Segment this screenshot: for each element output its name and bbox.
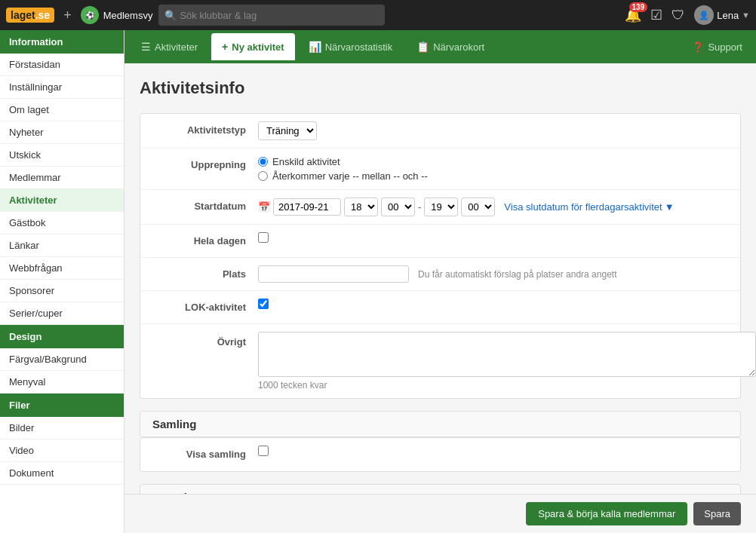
support-label: Support [708, 41, 742, 53]
hela-dagen-checkbox[interactable] [258, 232, 269, 243]
user-menu[interactable]: 👤 Lena ▼ [694, 5, 750, 25]
tab-ny-aktivitet[interactable]: + Ny aktivitet [211, 33, 295, 60]
tabbar: ☰ Aktiviteter + Ny aktivitet 📊 Närvarost… [124, 30, 756, 63]
club-selector[interactable]: ⚽ Medlemsvy [81, 6, 153, 24]
plats-row: Plats Du får automatiskt förslag på plat… [140, 258, 740, 291]
visa-samling-label: Visa samling [152, 446, 258, 460]
lok-row: LOK-aktivitet [140, 291, 740, 324]
card-icon: 📋 [416, 41, 429, 53]
sidebar-item-forstasidan[interactable]: Förstasidan [0, 54, 124, 76]
visa-samling-checkbox[interactable] [258, 446, 269, 456]
ovrigt-textarea[interactable] [258, 332, 756, 377]
sidebar-section-filer: Filer [0, 394, 124, 417]
tab-aktiviteter[interactable]: ☰ Aktiviteter [131, 33, 208, 60]
chevron-down-icon: ▼ [665, 201, 675, 213]
visa-samling-control [258, 446, 728, 456]
shield-icon[interactable]: 🛡 [671, 8, 685, 23]
search-input[interactable] [180, 10, 379, 21]
upprepning-option2-label: Återkommer varje -- mellan -- och -- [272, 170, 428, 182]
lok-checkbox[interactable] [258, 299, 269, 309]
hela-dagen-label: Hela dagen [152, 232, 258, 247]
notification-badge: 139 [629, 2, 648, 12]
content-area: Aktivitetsinfo Aktivitetstyp Träning Mat… [124, 63, 756, 533]
upprepning-control: Enskild aktivitet Återkommer varje -- me… [258, 156, 728, 182]
tab-aktiviteter-label: Aktiviteter [155, 41, 198, 53]
tab-narvarostatistik-label: Närvarostatistik [325, 41, 393, 53]
logo[interactable]: laget.se [6, 8, 54, 23]
sidebar-section-design: Design [0, 325, 124, 348]
page-title: Aktivitetsinfo [140, 78, 741, 98]
sidebar-item-omlaget[interactable]: Om laget [0, 99, 124, 121]
lok-control [258, 299, 728, 309]
notification-button[interactable]: 🔔 139 [625, 7, 641, 23]
plats-control: Du får automatiskt förslag på platser an… [258, 265, 728, 283]
sidebar-item-video[interactable]: Video [0, 440, 124, 462]
show-enddate-label: Visa slutdatum för flerdagarsaktivitet [504, 201, 662, 213]
ovrigt-textarea-wrapper: 1000 tecken kvar [258, 332, 756, 391]
save-button[interactable]: Spara [693, 502, 741, 525]
samling-section: Samling Visa samling [140, 411, 741, 472]
samling-card: Visa samling [140, 437, 741, 472]
end-hour-select[interactable]: 19 18 20 21 [424, 198, 458, 216]
support-button[interactable]: ❓ Support [684, 37, 750, 57]
sidebar-item-bilder[interactable]: Bilder [0, 417, 124, 440]
chart-icon: 📊 [309, 41, 321, 53]
hela-dagen-row: Hela dagen [140, 225, 740, 258]
chevron-down-icon: ▼ [742, 11, 750, 20]
sidebar-item-serier-cuper[interactable]: Serier/cuper [0, 302, 124, 325]
sidebar-item-installningar[interactable]: Inställningar [0, 76, 124, 99]
sidebar-item-fargval-bakgrund[interactable]: Färgval/Bakgrund [0, 348, 124, 371]
ovrigt-row: Övrigt 1000 tecken kvar [140, 324, 740, 398]
plus-icon: + [222, 41, 228, 53]
sidebar-item-nyheter[interactable]: Nyheter [0, 121, 124, 144]
checkmark-icon[interactable]: ☑ [650, 7, 662, 23]
club-name: Medlemsvy [103, 10, 153, 21]
plats-label: Plats [152, 265, 258, 280]
sidebar-section-information: Information [0, 30, 124, 54]
layout: Information Förstasidan Inställningar Om… [0, 30, 756, 533]
show-enddate-link[interactable]: Visa slutdatum för flerdagarsaktivitet ▼ [504, 201, 674, 213]
sidebar-item-medlemmar[interactable]: Medlemmar [0, 167, 124, 189]
tab-narvarokort[interactable]: 📋 Närvarokort [406, 33, 495, 60]
sidebar-item-gastbok[interactable]: Gästbok [0, 212, 124, 234]
start-min-select[interactable]: 00 15 30 45 [381, 198, 415, 216]
sidebar-item-utskick[interactable]: Utskick [0, 144, 124, 167]
sidebar-item-sponsorer[interactable]: Sponsorer [0, 280, 124, 302]
tab-narvarostatistik[interactable]: 📊 Närvarostatistik [298, 33, 404, 60]
aktivitetstyp-row: Aktivitetstyp Träning Match Möte Övrigt [140, 114, 740, 149]
save-and-call-button[interactable]: Spara & börja kalla medlemmar [526, 502, 687, 525]
sidebar: Information Förstasidan Inställningar Om… [0, 30, 124, 533]
char-count: 1000 tecken kvar [258, 380, 756, 391]
lok-label: LOK-aktivitet [152, 299, 258, 313]
topnav-icons: 🔔 139 ☑ 🛡 👤 Lena ▼ [625, 5, 750, 25]
plats-input[interactable] [258, 265, 409, 283]
startdatum-row: Startdatum 📅 18 17 19 20 [140, 190, 740, 225]
sidebar-item-menyval[interactable]: Menyval [0, 371, 124, 394]
start-hour-select[interactable]: 18 17 19 20 [344, 198, 378, 216]
ovrigt-control: 1000 tecken kvar [258, 332, 756, 391]
upprepning-option2: Återkommer varje -- mellan -- och -- [258, 170, 428, 182]
aktivitetstyp-control: Träning Match Möte Övrigt [258, 121, 728, 140]
search-icon: 🔍 [164, 10, 177, 21]
sidebar-item-webbfragan[interactable]: Webbfrågan [0, 257, 124, 280]
startdatum-input[interactable] [273, 198, 341, 216]
sidebar-item-dokument[interactable]: Dokument [0, 462, 124, 485]
samling-header: Samling [140, 411, 741, 437]
plats-hint: Du får automatiskt förslag på platser an… [418, 269, 616, 280]
upprepning-radio1[interactable] [258, 157, 268, 167]
main-content: ☰ Aktiviteter + Ny aktivitet 📊 Närvarost… [124, 30, 756, 533]
club-icon: ⚽ [81, 6, 99, 24]
visa-samling-row: Visa samling [140, 438, 740, 471]
startdatum-control: 📅 18 17 19 20 00 15 [258, 198, 728, 216]
upprepning-radio2[interactable] [258, 171, 268, 181]
ovrigt-label: Övrigt [152, 332, 258, 348]
startdatum-label: Startdatum [152, 198, 258, 212]
search-box[interactable]: 🔍 [158, 5, 385, 26]
end-min-select[interactable]: 00 15 30 45 [461, 198, 495, 216]
sidebar-item-lankar[interactable]: Länkar [0, 234, 124, 257]
bottom-bar: Spara & börja kalla medlemmar Spara [124, 494, 756, 533]
add-button[interactable]: + [60, 8, 75, 23]
sidebar-item-aktiviteter[interactable]: Aktiviteter [0, 189, 124, 212]
aktivitetstyp-select[interactable]: Träning Match Möte Övrigt [258, 121, 317, 140]
user-name: Lena [717, 10, 739, 21]
